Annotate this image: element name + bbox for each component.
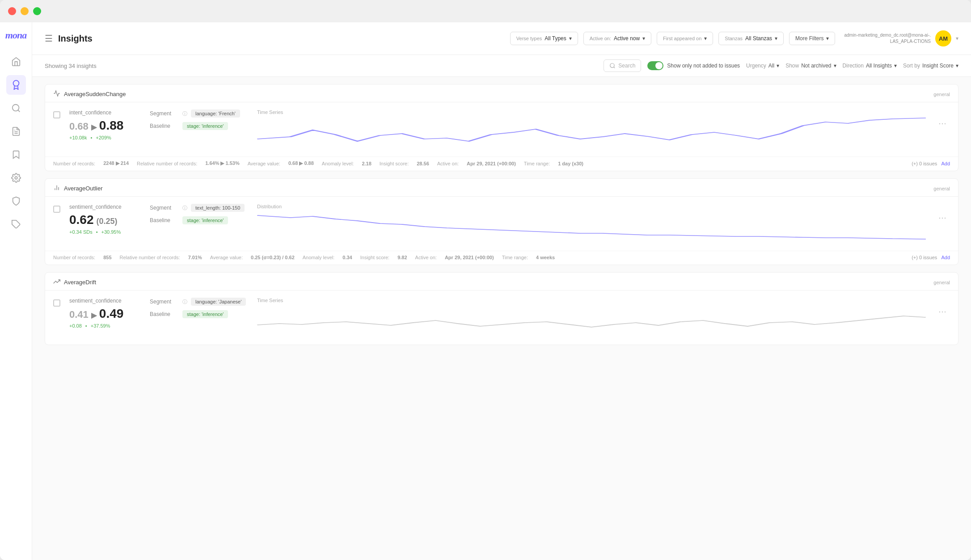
- footer-range-2: 4 weeks: [536, 255, 555, 260]
- chart-label-1: Time Series: [257, 109, 926, 115]
- footer-range-1: 1 day (x30): [558, 161, 583, 166]
- first-appeared-chevron: ▾: [704, 35, 707, 42]
- main-content: ☰ Insights Verse types All Types ▾ Activ…: [32, 22, 971, 560]
- maximize-button[interactable]: [33, 7, 41, 15]
- svg-line-8: [614, 67, 615, 68]
- metric-value-3: 0.41 ▶ 0.49: [69, 307, 141, 321]
- sort-chevron: ▾: [956, 63, 958, 69]
- user-email-line2: LAS_APLA-CTIONS: [844, 38, 931, 45]
- sidebar-item-home[interactable]: [6, 52, 26, 72]
- segment-row-1: Segment ⓘ language: 'French': [150, 109, 248, 118]
- verse-types-label: Verse types: [516, 36, 542, 41]
- insight-segments-1: Segment ⓘ language: 'French' Baseline st…: [150, 109, 248, 149]
- segment-value-2: text_length: 100-150: [191, 204, 245, 212]
- segment-value-1: language: 'French': [191, 109, 240, 118]
- active-on-value: Active now: [614, 35, 640, 42]
- search-icon: [609, 63, 616, 69]
- avatar[interactable]: AM: [935, 30, 951, 46]
- footer-num-records-1: 2248 ▶ 214: [103, 160, 129, 166]
- metric-change2-3: +37.59%: [91, 323, 110, 328]
- app-window: mona: [0, 0, 971, 560]
- show-filter[interactable]: Show Not archived ▾: [785, 63, 836, 69]
- metric-value-2: 0.62 (0.25): [69, 213, 141, 227]
- footer-anomaly-1: 2.18: [362, 161, 371, 166]
- more-filters-button[interactable]: More Filters ▾: [789, 32, 835, 45]
- stanzas-value: All Stanzas: [745, 35, 772, 42]
- add-link-1[interactable]: Add: [941, 161, 950, 166]
- insight-type-icon-1: [53, 90, 60, 98]
- active-on-label: Active on:: [590, 36, 611, 41]
- issues-count-2: (+) 0 issues Add: [912, 255, 950, 260]
- svg-point-5: [15, 177, 17, 179]
- stanzas-filter[interactable]: Stanzas All Stanzas ▾: [718, 32, 784, 45]
- baseline-row-3: Baseline stage: 'inference': [150, 310, 248, 318]
- sidebar-item-reports[interactable]: [6, 122, 26, 141]
- more-options-btn-1[interactable]: ⋯: [935, 118, 950, 128]
- footer-score-label-1: Insight score:: [380, 161, 409, 166]
- search-box[interactable]: Search: [604, 59, 641, 72]
- verse-types-filter[interactable]: Verse types All Types ▾: [510, 32, 578, 45]
- verse-types-chevron: ▾: [569, 35, 572, 42]
- segment-info-icon-2[interactable]: ⓘ: [182, 205, 187, 211]
- insight-segments-2: Segment ⓘ text_length: 100-150 Baseline …: [150, 204, 248, 244]
- first-appeared-label: First appeared on: [663, 36, 701, 41]
- titlebar: [0, 0, 971, 22]
- sidebar-item-bookmarks[interactable]: [6, 145, 26, 164]
- footer-active-label-2: Active on:: [415, 255, 437, 260]
- user-email-line1: admin-marketing_demo_dc.root@mona-ai-.: [844, 32, 931, 38]
- user-chevron[interactable]: ▾: [956, 35, 958, 42]
- user-area: admin-marketing_demo_dc.root@mona-ai-. L…: [844, 30, 958, 46]
- close-button[interactable]: [8, 7, 16, 15]
- segment-row-3: Segment ⓘ language: 'Japanese': [150, 298, 248, 306]
- metric-from-1: 0.68: [69, 121, 89, 132]
- insight-type-icon-2: [53, 184, 60, 193]
- add-link-2[interactable]: Add: [941, 255, 950, 260]
- svg-point-7: [610, 63, 614, 67]
- direction-filter[interactable]: Direction All Insights ▾: [843, 63, 897, 69]
- select-checkbox-1[interactable]: [53, 111, 60, 118]
- insight-header-2: AverageOutlier general: [45, 179, 958, 197]
- issues-text-2: (+) 0 issues: [912, 255, 937, 260]
- insight-card-1: AverageSuddenChange general intent_confi…: [45, 84, 958, 171]
- sidebar-item-security[interactable]: [6, 191, 26, 211]
- sidebar-item-tags[interactable]: [6, 215, 26, 234]
- metric-change-3: +0.08 • +37.59%: [69, 323, 141, 328]
- urgency-filter[interactable]: Urgency All ▾: [746, 63, 779, 69]
- top-bar: ☰ Insights Verse types All Types ▾ Activ…: [32, 22, 971, 55]
- insight-tag-3: general: [933, 280, 950, 285]
- segment-info-icon-3[interactable]: ⓘ: [182, 299, 187, 305]
- menu-icon[interactable]: ☰: [45, 33, 53, 44]
- sidebar-item-insights[interactable]: [6, 75, 26, 95]
- footer-score-label-2: Insight score:: [360, 255, 389, 260]
- insight-tag-2: general: [933, 186, 950, 191]
- more-options-btn-2[interactable]: ⋯: [935, 213, 950, 223]
- active-on-filter[interactable]: Active on: Active now ▾: [583, 32, 651, 45]
- insight-footer-1: Number of records: 2248 ▶ 214 Relative n…: [45, 156, 958, 171]
- direction-value: All Insights: [866, 63, 892, 69]
- select-checkbox-2[interactable]: [53, 206, 60, 213]
- metric-change2-2: +30.95%: [101, 229, 121, 235]
- direction-label: Direction: [843, 63, 864, 69]
- svg-point-0: [13, 80, 19, 86]
- first-appeared-filter[interactable]: First appeared on ▾: [657, 32, 713, 45]
- footer-rel-1: 1.64% ▶ 1.53%: [205, 160, 240, 166]
- stanzas-label: Stanzas: [725, 36, 743, 41]
- more-filters-chevron: ▾: [826, 35, 829, 42]
- more-options-btn-3[interactable]: ⋯: [935, 307, 950, 316]
- sidebar-item-search[interactable]: [6, 98, 26, 118]
- footer-score-2: 9.82: [397, 255, 407, 260]
- footer-anomaly-label-1: Anomaly level:: [322, 161, 354, 166]
- sidebar-item-settings[interactable]: [6, 168, 26, 188]
- footer-active-label-1: Active on:: [437, 161, 459, 166]
- minimize-button[interactable]: [21, 7, 29, 15]
- footer-anomaly-label-2: Anomaly level:: [303, 255, 335, 260]
- sidebar: mona: [0, 22, 32, 560]
- insight-body-3: sentiment_confidence 0.41 ▶ 0.49 +0.08 •…: [45, 291, 958, 345]
- sort-filter[interactable]: Sort by Insight Score ▾: [903, 63, 958, 69]
- chart-label-3: Time Series: [257, 298, 926, 303]
- select-checkbox-3[interactable]: [53, 299, 60, 307]
- user-email: admin-marketing_demo_dc.root@mona-ai-. L…: [844, 32, 931, 45]
- issues-toggle[interactable]: [647, 61, 663, 70]
- insight-body-1: intent_confidence 0.68 ▶ 0.88 +10.08k • …: [45, 102, 958, 156]
- segment-info-icon-1[interactable]: ⓘ: [182, 110, 187, 117]
